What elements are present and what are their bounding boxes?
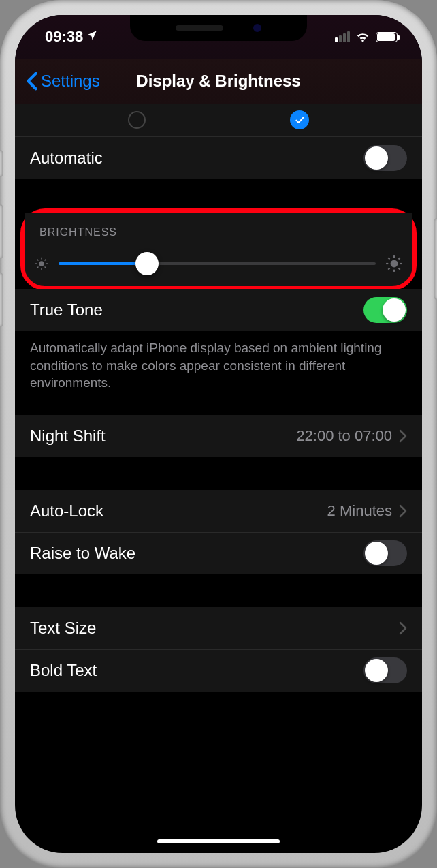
back-button[interactable]: Settings bbox=[26, 72, 100, 91]
automatic-toggle[interactable] bbox=[363, 145, 407, 171]
nightshift-label: Night Shift bbox=[30, 427, 296, 446]
raisetowake-toggle[interactable] bbox=[363, 540, 407, 566]
raisetowake-label: Raise to Wake bbox=[30, 544, 363, 563]
power-button bbox=[434, 218, 437, 300]
svg-line-17 bbox=[399, 258, 400, 259]
volume-up-button bbox=[0, 204, 3, 259]
chevron-right-icon bbox=[399, 429, 407, 443]
svg-line-7 bbox=[37, 267, 39, 268]
light-mode-radio[interactable] bbox=[128, 111, 146, 129]
chevron-right-icon bbox=[399, 621, 407, 635]
page-title: Display & Brightness bbox=[136, 72, 300, 91]
svg-line-6 bbox=[45, 267, 46, 268]
nightshift-value: 22:00 to 07:00 bbox=[296, 427, 392, 445]
textsize-label: Text Size bbox=[30, 619, 399, 638]
boldtext-toggle[interactable] bbox=[363, 657, 407, 683]
svg-point-9 bbox=[391, 260, 398, 268]
truetone-row: True Tone bbox=[15, 289, 422, 331]
svg-line-5 bbox=[37, 260, 39, 261]
brightness-header: BRIGHTNESS bbox=[25, 213, 412, 245]
autolock-row[interactable]: Auto-Lock 2 Minutes bbox=[15, 490, 422, 532]
truetone-description: Automatically adapt iPhone display based… bbox=[15, 331, 422, 407]
wifi-icon bbox=[355, 29, 370, 44]
location-icon bbox=[86, 28, 98, 46]
brightness-slider-row bbox=[25, 245, 412, 286]
cellular-icon bbox=[335, 31, 350, 42]
brightness-low-icon bbox=[34, 256, 49, 271]
svg-line-8 bbox=[45, 260, 46, 261]
chevron-right-icon bbox=[399, 504, 407, 518]
brightness-high-icon bbox=[385, 255, 403, 273]
dark-mode-radio[interactable] bbox=[290, 110, 309, 129]
nightshift-row[interactable]: Night Shift 22:00 to 07:00 bbox=[15, 415, 422, 457]
brightness-slider[interactable] bbox=[59, 262, 376, 265]
truetone-toggle[interactable] bbox=[363, 297, 407, 323]
svg-line-14 bbox=[388, 258, 389, 259]
raisetowake-row: Raise to Wake bbox=[15, 532, 422, 574]
battery-icon bbox=[376, 32, 398, 42]
boldtext-row: Bold Text bbox=[15, 649, 422, 692]
autolock-label: Auto-Lock bbox=[30, 501, 327, 521]
boldtext-label: Bold Text bbox=[30, 661, 363, 680]
textsize-row[interactable]: Text Size bbox=[15, 607, 422, 649]
truetone-label: True Tone bbox=[30, 300, 363, 320]
appearance-selector bbox=[15, 104, 422, 136]
brightness-section-highlight: BRIGHTNESS bbox=[20, 208, 417, 290]
nav-bar: Settings Display & Brightness bbox=[15, 59, 422, 104]
screen: 09:38 Settings Display & Brightness bbox=[15, 15, 422, 853]
volume-down-button bbox=[0, 273, 3, 327]
svg-line-15 bbox=[399, 268, 400, 270]
mute-switch bbox=[0, 150, 3, 177]
svg-line-16 bbox=[388, 268, 389, 270]
home-indicator[interactable] bbox=[157, 839, 280, 843]
phone-frame: 09:38 Settings Display & Brightness bbox=[0, 0, 437, 868]
back-label: Settings bbox=[41, 72, 100, 91]
automatic-label: Automatic bbox=[30, 149, 363, 168]
notch bbox=[130, 15, 307, 41]
status-time: 09:38 bbox=[45, 28, 83, 46]
svg-point-0 bbox=[39, 261, 44, 266]
automatic-row: Automatic bbox=[15, 136, 422, 179]
autolock-value: 2 Minutes bbox=[327, 502, 392, 520]
